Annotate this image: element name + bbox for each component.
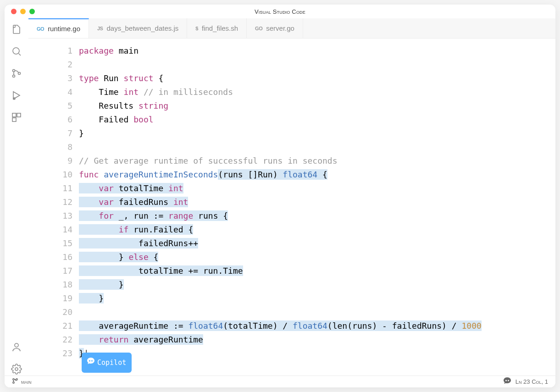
account-icon[interactable] [10, 341, 23, 353]
window-title: Visual Studio Code [255, 8, 305, 15]
activity-bar [5, 18, 28, 375]
code-line[interactable]: failedRuns++ [79, 237, 555, 250]
code-line[interactable]: return averageRuntime [79, 333, 555, 347]
code-line[interactable]: type Run struct { [79, 72, 555, 85]
line-number: 17 [28, 264, 72, 278]
line-number: 22 [28, 333, 72, 347]
line-number: 21 [28, 319, 72, 333]
file-type-icon: $ [195, 26, 198, 31]
run-debug-icon[interactable] [10, 89, 23, 102]
code-line[interactable]: for _, run := range runs { [79, 209, 555, 223]
svg-point-11 [13, 382, 15, 384]
line-number: 19 [28, 292, 72, 305]
file-type-icon: JS [97, 26, 103, 31]
code-line[interactable]: func averageRuntimeInSeconds(runs []Run)… [79, 168, 555, 182]
code-editor[interactable]: 1234567891011121314151617181920212223 pa… [28, 39, 555, 375]
code-line[interactable]: package main [79, 44, 555, 58]
file-type-icon: GO [255, 26, 262, 31]
line-number: 20 [28, 305, 72, 319]
line-number: 5 [28, 99, 72, 113]
status-bar: main Ln 23 Col, 1 [5, 375, 555, 387]
git-branch-name[interactable]: main [21, 378, 32, 385]
line-number: 18 [28, 278, 72, 292]
code-line[interactable]: var failedRuns int [79, 195, 555, 209]
tab-find_files-sh[interactable]: $find_files.sh [187, 18, 247, 38]
code-line[interactable]: Failed bool [79, 113, 555, 127]
svg-point-1 [13, 70, 15, 72]
svg-point-8 [15, 343, 18, 347]
svg-point-0 [13, 48, 19, 54]
cursor-position[interactable]: Ln 23 Col, 1 [516, 378, 548, 385]
code-line[interactable] [79, 305, 555, 319]
copilot-label: Copilot [97, 356, 126, 370]
source-control-icon[interactable] [10, 67, 23, 80]
titlebar: Visual Studio Code [5, 5, 555, 18]
window-controls [11, 9, 35, 14]
svg-rect-5 [12, 113, 16, 117]
code-line[interactable]: totalTime += run.Time [79, 264, 555, 278]
line-number: 2 [28, 58, 72, 72]
code-line[interactable]: if run.Failed { [79, 223, 555, 237]
code-line[interactable] [79, 58, 555, 72]
svg-point-12 [16, 379, 18, 381]
svg-point-3 [18, 72, 21, 75]
code-line[interactable]: // Get average runtime of successful run… [79, 154, 555, 168]
code-line[interactable]: var totalTime int [79, 182, 555, 195]
tab-days_between_dates-js[interactable]: JSdays_between_dates.js [89, 18, 187, 38]
line-number: 13 [28, 209, 72, 223]
svg-point-10 [13, 379, 15, 381]
app-window: Visual Studio Code [5, 5, 555, 387]
code-line[interactable]: Results string [79, 99, 555, 113]
line-number: 4 [28, 85, 72, 99]
copilot-icon [87, 356, 94, 370]
extensions-icon[interactable] [10, 111, 23, 124]
code-line[interactable] [79, 140, 555, 154]
line-number: 14 [28, 223, 72, 237]
svg-point-9 [15, 368, 18, 370]
line-number: 15 [28, 237, 72, 250]
git-branch-icon[interactable] [12, 378, 18, 386]
line-number: 6 [28, 113, 72, 127]
file-type-icon: GO [37, 26, 44, 32]
search-icon[interactable] [10, 45, 23, 58]
copilot-status-icon[interactable] [504, 377, 511, 386]
code-line[interactable]: averageRuntime := float64(totalTime) / f… [79, 319, 555, 333]
line-number: 8 [28, 140, 72, 154]
tab-label: find_files.sh [202, 24, 238, 32]
line-number: 23 [28, 347, 72, 360]
line-number: 9 [28, 154, 72, 168]
line-number: 12 [28, 195, 72, 209]
code-line[interactable]: } [79, 278, 555, 292]
close-icon[interactable] [11, 9, 17, 14]
tab-label: runtime.go [48, 25, 80, 33]
code-content[interactable]: package maintype Run struct { Time int /… [79, 44, 555, 375]
line-number: 1 [28, 44, 72, 58]
copilot-button[interactable]: Copilot [82, 353, 132, 373]
explorer-icon[interactable] [10, 23, 23, 36]
maximize-icon[interactable] [29, 9, 35, 14]
tab-label: days_between_dates.js [106, 24, 178, 32]
line-number-gutter: 1234567891011121314151617181920212223 [28, 44, 79, 375]
tab-bar: GOruntime.goJSdays_between_dates.js$find… [28, 18, 555, 39]
svg-rect-6 [17, 113, 21, 117]
tab-label: server.go [266, 24, 294, 32]
line-number: 7 [28, 127, 72, 140]
settings-gear-icon[interactable] [10, 363, 23, 375]
line-number: 16 [28, 250, 72, 264]
tab-runtime-go[interactable]: GOruntime.go [28, 18, 89, 38]
code-line[interactable]: Time int // in milliseconds [79, 85, 555, 99]
tab-server-go[interactable]: GOserver.go [247, 18, 303, 38]
line-number: 11 [28, 182, 72, 195]
code-line[interactable]: } else { [79, 250, 555, 264]
svg-rect-7 [12, 118, 16, 121]
code-line[interactable]: }| [79, 347, 555, 360]
minimize-icon[interactable] [20, 9, 26, 14]
code-line[interactable]: } [79, 292, 555, 305]
svg-point-2 [13, 75, 15, 77]
line-number: 3 [28, 72, 72, 85]
line-number: 10 [28, 168, 72, 182]
code-line[interactable]: } [79, 127, 555, 140]
